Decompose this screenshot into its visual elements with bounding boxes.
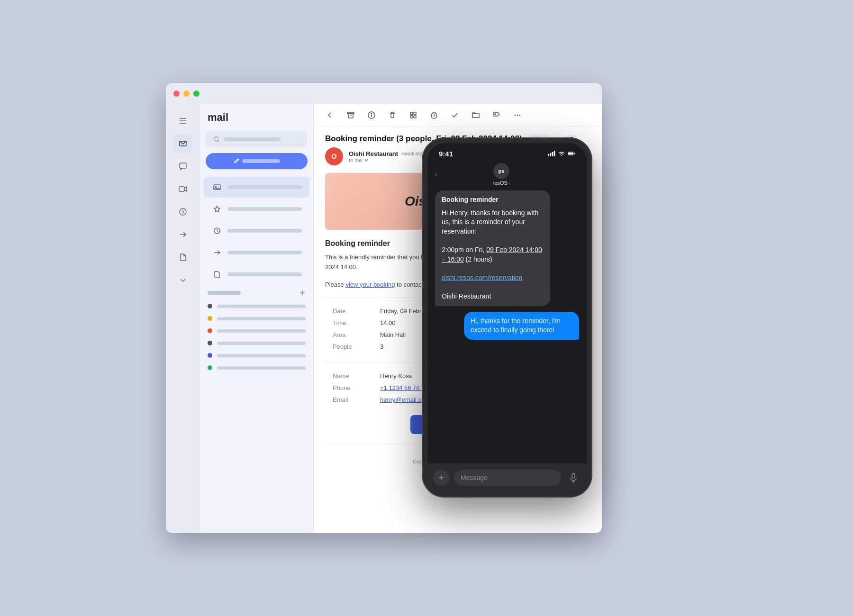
view-booking-link[interactable]: view your booking (345, 281, 395, 288)
svg-rect-35 (554, 151, 555, 156)
phone-status-bar: 9:41 (427, 143, 587, 164)
phone-message-input[interactable]: Message (454, 470, 561, 486)
svg-point-7 (214, 137, 218, 141)
sender-avatar: O (325, 147, 343, 165)
expand-recipients-icon[interactable] (364, 158, 369, 163)
phone-messages-area[interactable]: Booking reminder Hi Henry, thanks for bo… (427, 185, 587, 463)
file-icon[interactable] (173, 248, 192, 267)
svg-line-8 (218, 141, 220, 143)
history-icon[interactable] (173, 202, 192, 221)
back-button[interactable] (323, 109, 336, 122)
chat-icon[interactable] (173, 157, 192, 176)
maximize-button[interactable] (193, 91, 200, 97)
label-dot (208, 316, 212, 321)
battery-icon (568, 151, 575, 156)
label-button[interactable] (490, 109, 503, 122)
phone-add-button[interactable]: + (433, 470, 449, 486)
mic-icon (570, 473, 577, 482)
avatar-initials: ps (498, 168, 504, 174)
mail-list-item-3[interactable] (204, 242, 309, 263)
phone-contact-avatar: ps (493, 163, 509, 179)
phone-body: 9:41 (422, 137, 592, 498)
send2-icon (211, 247, 223, 258)
label-list (200, 300, 313, 374)
date-label: Date (325, 305, 372, 317)
snooze-button[interactable] (427, 109, 441, 122)
svg-rect-4 (180, 163, 186, 168)
label-item-yellow[interactable] (200, 312, 313, 325)
svg-point-30 (517, 114, 518, 116)
label-text (217, 329, 306, 333)
labels-section-header (200, 286, 313, 298)
label-text (217, 317, 306, 320)
sidebar (166, 104, 200, 533)
mail-list-item-selected[interactable] (204, 177, 309, 198)
menu-icon[interactable] (173, 111, 192, 130)
label-item-grey1[interactable] (200, 300, 313, 312)
svg-point-29 (515, 114, 516, 116)
svg-rect-21 (410, 112, 413, 115)
compose-icon (234, 158, 239, 164)
phone-label: Phone (325, 382, 372, 394)
archive-button[interactable] (344, 109, 357, 122)
minimize-button[interactable] (183, 91, 190, 97)
para2-before: Please (325, 281, 345, 288)
mail-toolbar (314, 104, 602, 127)
label-dot (208, 365, 212, 370)
message-date-link[interactable]: 09 Feb 2024 14:00 – 16:00 (442, 246, 542, 263)
mail-icon[interactable] (173, 134, 192, 153)
search-icon (213, 136, 220, 143)
label-dot (208, 353, 212, 358)
info-button[interactable] (365, 109, 378, 122)
mail-list-header: mail (200, 104, 313, 131)
message-restaurant: Oishi Restaurant (442, 292, 544, 301)
svg-rect-33 (550, 153, 551, 156)
delete-button[interactable] (386, 109, 399, 122)
move-button[interactable] (407, 109, 420, 122)
check-button[interactable] (448, 109, 462, 122)
compose-button[interactable] (206, 153, 308, 169)
mail-list-item-4[interactable] (204, 264, 309, 285)
mail-item-label-3 (227, 229, 302, 233)
file2-icon (211, 269, 223, 280)
label-dot (208, 328, 212, 333)
name-label: Name (325, 370, 372, 382)
label-item-red[interactable] (200, 325, 313, 337)
label-text (217, 305, 306, 308)
sender-name: Oishi Restaurant (349, 150, 398, 157)
mail-list-item-2[interactable] (204, 220, 309, 241)
svg-rect-34 (552, 152, 553, 156)
label-text (217, 342, 306, 345)
compose-label-placeholder (242, 159, 280, 163)
mail-list-item-1[interactable] (204, 199, 309, 219)
label-item-grey2[interactable] (200, 337, 313, 349)
folder-button[interactable] (469, 109, 482, 122)
sender-to: to me (349, 157, 362, 163)
close-button[interactable] (173, 91, 180, 97)
signal-icon (548, 151, 555, 156)
phone-screen: 9:41 (427, 143, 587, 492)
wifi-icon (558, 151, 565, 156)
mic-button[interactable] (566, 470, 581, 485)
svg-point-28 (495, 114, 496, 115)
more-options-button[interactable] (511, 109, 524, 122)
add-label-icon[interactable] (299, 290, 306, 296)
label-dot (208, 304, 212, 308)
label-item-green[interactable] (200, 362, 313, 374)
phone-link[interactable]: +1 1234 56 78 90 (380, 384, 428, 391)
message-url[interactable]: oishi.resos.com/reservation (442, 273, 544, 283)
more-icon[interactable] (173, 271, 192, 290)
label-dot (208, 341, 212, 345)
mail-item-label-4 (227, 251, 302, 254)
traffic-lights (173, 91, 200, 97)
search-bar[interactable] (206, 131, 308, 147)
label-item-blue[interactable] (200, 349, 313, 362)
svg-rect-39 (572, 473, 575, 478)
send-icon[interactable] (173, 225, 192, 244)
label-text (217, 354, 306, 357)
mail-item-label-2 (227, 207, 302, 211)
window-titlebar (166, 83, 602, 104)
svg-marker-11 (214, 206, 220, 212)
phone-contact-info: ps resOS › (438, 163, 565, 186)
video-icon[interactable] (173, 180, 192, 199)
